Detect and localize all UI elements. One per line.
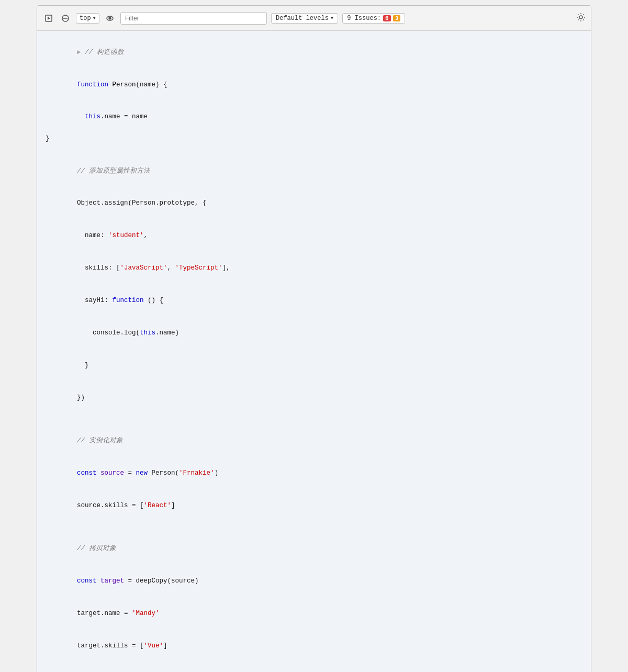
warn-count: 3 xyxy=(393,15,401,21)
default-levels-label: Default levels xyxy=(276,15,329,22)
code-line-15: target.skills = ['Vue'] xyxy=(46,630,582,662)
code-line-4: Object.assign(Person.prototype, { xyxy=(46,187,582,220)
code-line-1: function Person(name) { xyxy=(46,69,582,101)
code-line-8: console.log(this.name) xyxy=(46,317,582,349)
comment1: // 构造函数 xyxy=(85,49,124,56)
issues-badge[interactable]: 9 Issues: 6 3 xyxy=(342,13,405,24)
code-line-5: name: 'student', xyxy=(46,220,582,252)
code-line-10: }) xyxy=(46,382,582,414)
settings-button[interactable] xyxy=(576,13,586,24)
code-line-14: target.name = 'Mandy' xyxy=(46,598,582,630)
context-selector[interactable]: top ▼ xyxy=(76,13,99,24)
default-levels-button[interactable]: Default levels ▼ xyxy=(271,13,338,24)
code-line-3: } xyxy=(46,133,582,144)
console-content: ▶ // 构造函数 function Person(name) { this.n… xyxy=(37,31,591,672)
code-comment3: // 实例化对象 xyxy=(46,425,582,457)
code-line-12: source.skills = ['React'] xyxy=(46,489,582,522)
filter-input[interactable] xyxy=(120,12,267,25)
code-blank-4 xyxy=(46,662,582,672)
play-icon[interactable] xyxy=(42,12,55,25)
levels-chevron-icon: ▼ xyxy=(331,16,333,21)
devtools-window: top ▼ Default levels ▼ 9 Issues: 6 3 xyxy=(37,5,591,672)
toolbar: top ▼ Default levels ▼ 9 Issues: 6 3 xyxy=(37,6,591,31)
code-line-7: sayHi: function () { xyxy=(46,284,582,317)
code-blank-1 xyxy=(46,144,582,155)
code-section: ▶ // 构造函数 function Person(name) { this.n… xyxy=(37,31,591,672)
code-comment2: // 添加原型属性和方法 xyxy=(46,155,582,187)
chevron-down-icon: ▼ xyxy=(93,16,96,21)
code-line-11: const source = new Person('Frnakie') xyxy=(46,457,582,489)
svg-marker-1 xyxy=(48,17,50,20)
code-expand-arrow[interactable]: ▶ // 构造函数 xyxy=(46,36,582,69)
context-label: top xyxy=(80,15,91,22)
code-line-9: } xyxy=(46,349,582,382)
code-blank-3 xyxy=(46,522,582,533)
code-line-2: this.name = name xyxy=(46,101,582,133)
svg-point-5 xyxy=(109,17,111,19)
code-line-6: skills: ['JavaScript', 'TypeScript'], xyxy=(46,252,582,285)
code-blank-2 xyxy=(46,414,582,425)
code-line-13: const target = deepCopy(source) xyxy=(46,565,582,598)
eye-icon[interactable] xyxy=(104,12,116,25)
issues-label: 9 Issues: xyxy=(347,15,381,22)
error-count: 6 xyxy=(383,15,391,21)
no-entry-icon[interactable] xyxy=(59,12,72,25)
svg-point-6 xyxy=(579,16,582,19)
code-comment4: // 拷贝对象 xyxy=(46,533,582,565)
